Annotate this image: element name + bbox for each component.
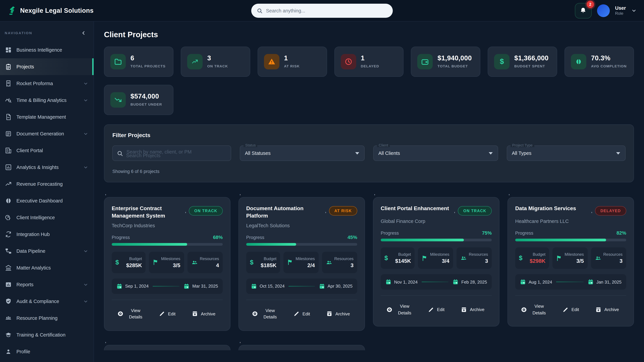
sidebar-item-template-management[interactable]: Template Management (0, 109, 94, 125)
edit-button[interactable]: Edit (150, 305, 185, 323)
sidebar-item-label: Template Management (16, 114, 66, 120)
status-select[interactable]: Status All Statuses (240, 145, 364, 161)
view-details-button[interactable]: View Details (246, 305, 284, 323)
start-date: Sep 1, 2024 (125, 284, 148, 289)
resources-label: Resources (603, 252, 622, 257)
sidebar-item-label: Business Intelligence (16, 47, 62, 53)
milestones-label: Milestones (565, 252, 584, 257)
render-artifact-comma: , (185, 208, 186, 214)
notifications-button[interactable]: 2 (575, 3, 592, 18)
chevron-down-icon[interactable] (631, 8, 636, 13)
archive-button[interactable]: Archive (319, 305, 357, 323)
project-card-partial (238, 345, 365, 350)
stat-card-total-budget: $1,940,000 TOTAL BUDGET (411, 46, 480, 77)
filter-title: Filter Projects (112, 132, 626, 139)
sidebar-item-reports[interactable]: Reports (0, 276, 94, 293)
flag-icon (556, 255, 563, 261)
archive-button[interactable]: Archive (184, 305, 223, 323)
sidebar-item-analytics-insights[interactable]: Analytics & Insights (0, 159, 94, 176)
stat-value: $574,000 (130, 93, 162, 100)
sidebar-item-matter-analytics[interactable]: Matter Analytics (0, 259, 94, 276)
global-search-input[interactable] (266, 8, 388, 13)
shield-check-icon (5, 298, 12, 305)
person-icon (5, 348, 12, 355)
top-header: Nexgile Legal Solutions 2 User Role (0, 0, 644, 21)
status-select-label: Status (244, 143, 257, 147)
project-type-select[interactable]: Project Type All Types (507, 145, 626, 161)
timeline-connector (422, 282, 448, 282)
progress-percent: 82% (616, 230, 626, 236)
divider (246, 300, 357, 300)
sidebar-item-projects[interactable]: Projects (0, 58, 94, 75)
resources-label: Resources (200, 256, 219, 261)
flag-icon (153, 259, 159, 266)
sidebar-item-label: Resource Planning (16, 316, 58, 321)
sidebar-item-business-intelligence[interactable]: Business Intelligence (0, 41, 94, 58)
user-role: Role (615, 11, 626, 16)
user-menu[interactable]: User Role (615, 5, 626, 16)
wallet-icon (418, 54, 433, 69)
sidebar-item-integration-hub[interactable]: Integration Hub (0, 226, 94, 243)
archive-button[interactable]: Archive (588, 300, 626, 319)
trending-up-icon (187, 54, 202, 69)
dropdown-arrow-icon (355, 152, 359, 155)
eye-icon (117, 311, 124, 317)
chevron-down-icon (83, 282, 88, 287)
view-details-button[interactable]: View Details (515, 300, 554, 319)
milestones-tile: Milestones3/5 (149, 252, 184, 273)
client-select[interactable]: Client All Clients (373, 145, 498, 161)
sidebar-item-profile[interactable]: Profile (0, 343, 94, 360)
dropdown-arrow-icon (616, 152, 620, 155)
chevron-left-icon (81, 30, 86, 36)
people-icon (594, 255, 601, 261)
avatar[interactable] (597, 4, 610, 17)
sidebar-item-client-portal[interactable]: Client Portal (0, 142, 94, 159)
sidebar-item-label: Audit & Compliance (16, 299, 59, 304)
edit-button[interactable]: Edit (554, 300, 588, 319)
project-search-field[interactable]: Search Projects (112, 145, 231, 161)
archive-icon (192, 311, 198, 317)
calendar-icon (453, 279, 459, 285)
sidebar-collapse-button[interactable] (79, 28, 88, 37)
project-card-cell-partial: , (238, 339, 365, 350)
project-card: Client Portal Enhancement , ON TRACK Glo… (373, 197, 500, 327)
warning-icon (264, 54, 279, 69)
trending-down-icon (110, 92, 126, 108)
sidebar-item-label: Training & Certification (16, 332, 66, 338)
sidebar-item-label: Reports (16, 282, 34, 287)
sidebar-item-audit-compliance[interactable]: Audit & Compliance (0, 293, 94, 310)
render-artifact-comma: , (508, 191, 634, 197)
edit-button[interactable]: Edit (284, 305, 319, 323)
dollar-icon: $ (250, 259, 254, 266)
archive-button[interactable]: Archive (454, 300, 492, 319)
dashboard-grid-icon (5, 46, 12, 53)
date-range: Nov 1, 2024 Feb 28, 2025 (381, 274, 492, 290)
progress-bar (112, 243, 223, 246)
timeline-connector (556, 282, 584, 282)
sidebar-item-rocket-proforma[interactable]: Rocket Proforma (0, 75, 94, 92)
calendar-icon (520, 279, 526, 285)
sidebar-item-time-billing-analytics[interactable]: Time & Billing Analytics (0, 92, 94, 109)
calendar-icon (588, 279, 594, 285)
sidebar-item-revenue-forecasting[interactable]: Revenue Forecasting (0, 176, 94, 192)
milestones-value: 3/4 (430, 258, 450, 264)
view-details-button[interactable]: View Details (112, 305, 150, 323)
sidebar-item-training-certification[interactable]: Training & Certification (0, 327, 94, 343)
sidebar-item-document-generation[interactable]: Document Generation (0, 125, 94, 142)
global-search[interactable] (251, 3, 393, 17)
dollar-icon: $ (519, 254, 522, 262)
sidebar-item-data-pipeline[interactable]: Data Pipeline (0, 243, 94, 259)
sidebar-item-client-intelligence[interactable]: Client Intelligence (0, 209, 94, 226)
flag-icon (287, 259, 294, 266)
start-date: Nov 1, 2024 (394, 279, 418, 284)
calendar-icon (184, 283, 190, 289)
budget-tile: $ Budget$298K (515, 247, 549, 269)
edit-button[interactable]: Edit (419, 300, 454, 319)
sidebar-item-label: Profile (16, 349, 30, 354)
project-search-input[interactable] (126, 149, 227, 155)
sidebar-item-resource-planning[interactable]: Resource Planning (0, 310, 94, 327)
render-artifact-comma: , (325, 208, 326, 214)
view-details-button[interactable]: View Details (381, 300, 419, 319)
archive-icon (326, 311, 332, 317)
sidebar-item-executive-dashboard[interactable]: Executive Dashboard (0, 192, 94, 209)
